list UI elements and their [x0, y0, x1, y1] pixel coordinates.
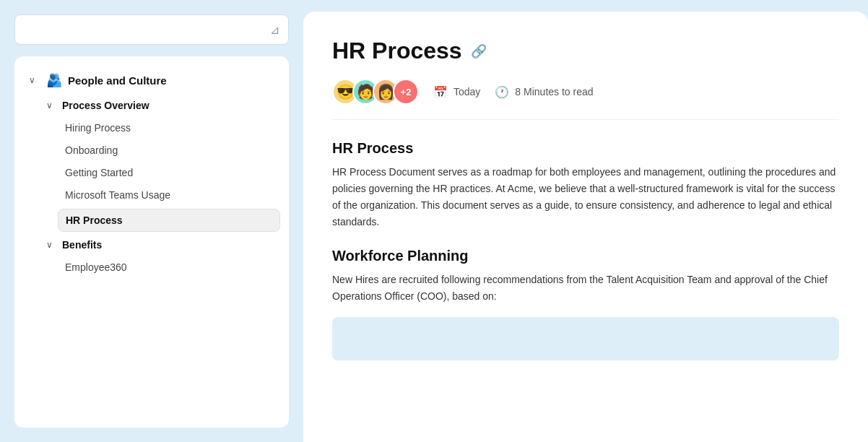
people-culture-children: ∨ Process Overview Hiring Process Onboar… [40, 95, 280, 278]
avatars: 😎 🧑 👩 +2 [332, 79, 419, 105]
sidebar-item-hr-process[interactable]: HR Process [58, 209, 280, 232]
search-bar[interactable]: ⊿ [14, 14, 289, 45]
section-heading-2: Workforce Planning [332, 248, 839, 264]
meta-time: 🕐 8 Minutes to read [495, 85, 593, 99]
process-overview-label: Process Overview [62, 100, 149, 111]
link-icon[interactable]: 🔗 [471, 43, 487, 59]
sidebar-subsection-benefits[interactable]: ∨ Benefits [40, 235, 280, 255]
people-culture-icon: 🫂 [46, 72, 62, 88]
filter-icon[interactable]: ⊿ [270, 23, 279, 37]
sidebar-subsection-process-overview[interactable]: ∨ Process Overview [40, 95, 280, 116]
sidebar-item-getting-started[interactable]: Getting Started [58, 162, 280, 183]
clock-icon: 🕐 [495, 85, 509, 99]
sidebar-item-microsoft-teams[interactable]: Microsoft Teams Usage [58, 184, 280, 206]
meta-row: 😎 🧑 👩 +2 📅 Today 🕐 8 Minutes to read [332, 79, 839, 120]
meta-date-label: Today [453, 86, 480, 98]
section-heading-1: HR Process [332, 140, 839, 157]
benefits-label: Benefits [62, 239, 102, 251]
process-overview-children: Hiring Process Onboarding Getting Starte… [58, 117, 280, 232]
main-content: HR Process 🔗 😎 🧑 👩 +2 📅 Today 🕐 8 Minute… [303, 12, 868, 442]
people-culture-label: People and Culture [68, 74, 167, 87]
sidebar-item-employee360[interactable]: Employee360 [58, 256, 280, 278]
meta-time-label: 8 Minutes to read [515, 86, 593, 98]
chevron-down-icon: ∨ [29, 75, 40, 85]
page-title: HR Process [332, 38, 462, 64]
search-input[interactable] [24, 24, 270, 35]
page-title-row: HR Process 🔗 [332, 38, 839, 64]
section-body-2: New Hires are recruited following recomm… [332, 272, 839, 305]
calendar-icon: 📅 [433, 85, 448, 99]
blue-content-block [332, 317, 839, 360]
chevron-down-icon: ∨ [46, 100, 58, 110]
meta-date: 📅 Today [433, 85, 480, 99]
sidebar-item-hiring-process[interactable]: Hiring Process [58, 117, 280, 139]
sidebar-section-people-culture[interactable]: ∨ 🫂 People and Culture [23, 68, 280, 92]
section-body-1: HR Process Document serves as a roadmap … [332, 164, 839, 230]
sidebar-item-onboarding[interactable]: Onboarding [58, 139, 280, 161]
nav-panel: ∨ 🫂 People and Culture ∨ Process Overvie… [14, 56, 289, 428]
sidebar-area: ⊿ ∨ 🫂 People and Culture ∨ Process Overv… [0, 0, 303, 442]
chevron-down-icon: ∨ [46, 240, 58, 250]
content-section-workforce: Workforce Planning New Hires are recruit… [332, 248, 839, 360]
benefits-children: Employee360 [58, 256, 280, 278]
avatar-more: +2 [393, 79, 419, 105]
content-section-hr-process: HR Process HR Process Document serves as… [332, 140, 839, 230]
